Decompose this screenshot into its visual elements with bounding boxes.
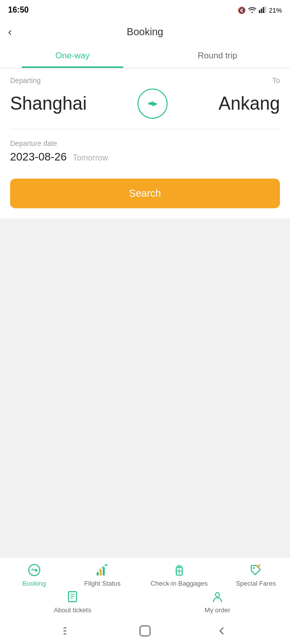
- checkin-baggages-icon: [172, 562, 187, 578]
- flight-status-label: Flight Status: [84, 580, 120, 587]
- special-fares-icon: [248, 562, 263, 578]
- svg-rect-5: [97, 572, 99, 576]
- mute-icon: 🔇: [238, 7, 246, 14]
- departing-label: Departing: [10, 76, 41, 85]
- nav-item-about-tickets[interactable]: About tickets: [52, 589, 93, 614]
- about-tickets-label: About tickets: [54, 606, 91, 614]
- svg-rect-2: [263, 7, 264, 13]
- tab-round-trip[interactable]: Round trip: [145, 44, 290, 68]
- from-city[interactable]: Shanghai: [10, 93, 87, 114]
- flight-status-icon: [95, 562, 110, 578]
- route-section: Departing To Shanghai Ankang: [0, 68, 290, 124]
- nav-row-2: About tickets My order: [0, 589, 290, 614]
- date-row: 2023-08-26 Tomorrow: [10, 150, 280, 164]
- page-title: Booking: [127, 26, 163, 38]
- nav-item-booking[interactable]: Booking: [14, 562, 54, 587]
- departure-date-label: Departure date: [10, 139, 280, 147]
- booking-icon: [27, 562, 42, 578]
- booking-label: Booking: [22, 580, 46, 587]
- svg-rect-21: [63, 633, 66, 634]
- to-city[interactable]: Ankang: [219, 93, 280, 114]
- bottom-nav: Booking Flight Status: [0, 557, 290, 618]
- svg-rect-14: [68, 592, 77, 602]
- nav-item-checkin-baggages[interactable]: Check-in Baggages: [151, 562, 207, 587]
- svg-point-18: [215, 593, 220, 597]
- status-bar: 16:50 🔇 21%: [0, 0, 290, 20]
- battery-level: 21%: [269, 7, 282, 14]
- nav-item-special-fares[interactable]: Special Fares: [236, 562, 276, 587]
- tab-bar: One-way Round trip: [0, 44, 290, 68]
- svg-rect-1: [261, 9, 262, 13]
- system-back-button[interactable]: [214, 624, 229, 638]
- svg-rect-3: [265, 6, 266, 13]
- svg-rect-22: [140, 626, 150, 636]
- system-menu-button[interactable]: [61, 624, 76, 638]
- system-nav-bar: [0, 618, 290, 644]
- signal-icon: [259, 6, 267, 15]
- svg-point-8: [105, 564, 107, 566]
- departure-date: 2023-08-26: [10, 150, 67, 164]
- tab-one-way[interactable]: One-way: [0, 44, 145, 68]
- header: ‹ Booking: [0, 20, 290, 44]
- date-section[interactable]: Departure date 2023-08-26 Tomorrow: [0, 134, 290, 174]
- search-btn-wrap: Search: [0, 174, 290, 218]
- svg-rect-0: [259, 10, 260, 13]
- search-button[interactable]: Search: [10, 179, 280, 208]
- to-label: To: [272, 76, 280, 85]
- wifi-icon: [248, 6, 257, 15]
- checkin-baggages-label: Check-in Baggages: [151, 580, 207, 587]
- svg-rect-20: [63, 630, 66, 631]
- route-labels: Departing To: [10, 76, 280, 85]
- nav-item-my-order[interactable]: My order: [197, 589, 238, 614]
- svg-rect-6: [100, 570, 102, 576]
- status-time: 16:50: [8, 6, 29, 15]
- route-cities: Shanghai Ankang: [10, 89, 280, 119]
- divider: [10, 129, 280, 129]
- departure-day: Tomorrow: [73, 153, 108, 163]
- swap-cities-button[interactable]: [137, 89, 168, 119]
- content-area: [0, 218, 290, 557]
- nav-item-flight-status[interactable]: Flight Status: [82, 562, 122, 587]
- about-tickets-icon: [65, 589, 80, 604]
- system-home-button[interactable]: [138, 624, 152, 638]
- my-order-icon: [210, 589, 225, 604]
- nav-row-1: Booking Flight Status: [0, 562, 290, 587]
- back-button[interactable]: ‹: [8, 26, 12, 39]
- svg-point-13: [253, 567, 255, 569]
- status-icons: 🔇 21%: [238, 6, 282, 15]
- svg-rect-19: [63, 627, 66, 628]
- my-order-label: My order: [204, 606, 230, 614]
- svg-rect-7: [103, 567, 105, 576]
- special-fares-label: Special Fares: [236, 580, 275, 587]
